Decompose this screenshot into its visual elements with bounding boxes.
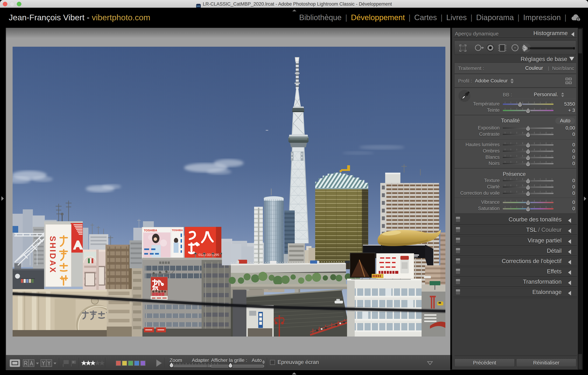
svg-text:TOSHIBA: TOSHIBA: [172, 229, 183, 232]
svg-text:TOSHIBA: TOSHIBA: [144, 229, 157, 232]
svg-text:SHIDAX: SHIDAX: [48, 236, 57, 274]
svg-text:0120-33-9295: 0120-33-9295: [199, 253, 219, 257]
